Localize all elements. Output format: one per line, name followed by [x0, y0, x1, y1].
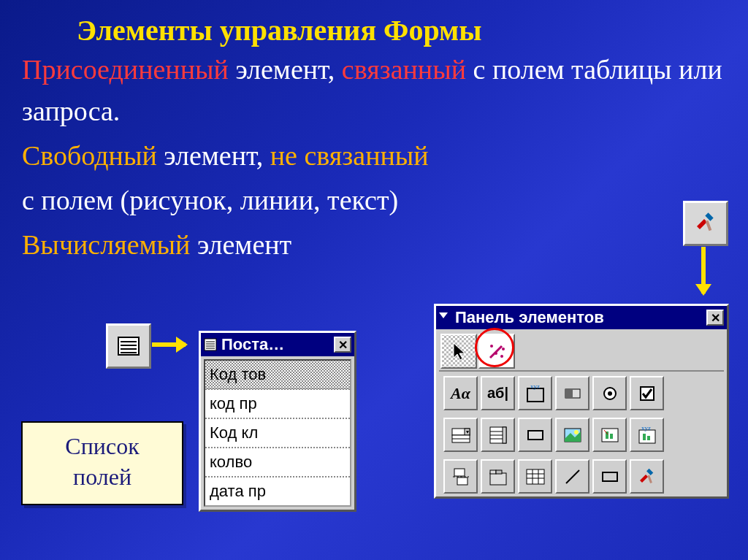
svg-rect-7 — [205, 339, 216, 350]
wizard-icon — [486, 340, 508, 362]
svg-rect-47 — [490, 470, 496, 474]
svg-rect-43 — [454, 469, 465, 476]
tool-unboundobject[interactable] — [592, 418, 627, 452]
tool-label[interactable]: Aα — [443, 376, 478, 410]
svg-rect-38 — [610, 434, 613, 439]
fieldlist-button[interactable] — [106, 323, 151, 369]
term-unbound: Свободный — [22, 140, 157, 171]
svg-rect-57 — [647, 475, 652, 483]
term-calculated: Вычисляемый — [22, 229, 190, 260]
fieldlist-titlebar[interactable]: Поста… ✕ — [201, 333, 354, 356]
hammer-icon — [636, 466, 658, 488]
optiongroup-icon: xyz — [524, 383, 546, 404]
svg-rect-42 — [647, 436, 650, 440]
toolbox-titlebar[interactable]: Панель элементов ✕ — [436, 306, 727, 329]
svg-rect-33 — [528, 431, 543, 440]
tool-tabcontrol[interactable] — [481, 459, 515, 494]
tool-togglebutton[interactable] — [555, 376, 589, 410]
description-block: Присоединенный элемент, связанный с поле… — [0, 47, 748, 266]
toolbox-window: Панель элементов ✕ Aα аб| xyz — [434, 304, 729, 499]
hammer-icon — [692, 210, 719, 237]
svg-point-13 — [490, 345, 493, 348]
rectangle-icon — [599, 466, 621, 488]
term-bound: Присоединенный — [22, 54, 229, 85]
fieldlist-window: Поста… ✕ Код тов код пр Код кл колво дат… — [199, 331, 356, 512]
toggle-icon — [562, 383, 584, 404]
svg-rect-17 — [527, 388, 543, 402]
tab-icon — [487, 466, 509, 488]
textbox-icon: аб| — [487, 385, 508, 402]
checkbox-icon — [636, 383, 658, 404]
svg-rect-56 — [646, 468, 653, 475]
dropdown-icon[interactable] — [439, 312, 448, 323]
list-item[interactable]: колво — [205, 448, 350, 477]
svg-rect-46 — [490, 473, 506, 485]
list-item[interactable]: код пр — [205, 390, 350, 419]
subform-icon — [524, 466, 546, 488]
toolbox-title: Панель элементов — [455, 308, 702, 327]
svg-point-16 — [502, 348, 505, 350]
svg-rect-32 — [503, 427, 506, 443]
svg-rect-0 — [705, 212, 713, 220]
boundframe-icon: xyz — [636, 424, 658, 446]
arrow-to-toolbox — [701, 247, 706, 294]
tool-more[interactable] — [630, 459, 664, 494]
svg-rect-55 — [603, 472, 617, 481]
tool-commandbutton[interactable] — [518, 418, 552, 452]
arrow-to-fieldlist — [152, 342, 186, 347]
tool-pagebreak[interactable] — [443, 459, 478, 494]
svg-rect-20 — [565, 389, 573, 398]
tool-subform[interactable] — [518, 459, 552, 494]
close-icon[interactable]: ✕ — [334, 337, 351, 353]
page-title: Элементы управления Формы — [0, 0, 748, 47]
pagebreak-icon — [450, 466, 472, 488]
image-icon — [562, 424, 584, 446]
tool-wizard[interactable] — [478, 334, 515, 369]
listbox-icon — [487, 424, 509, 446]
tool-checkbox[interactable] — [630, 376, 664, 410]
fieldlist-titlebar-icon — [204, 338, 217, 351]
svg-rect-41 — [643, 434, 646, 440]
svg-rect-1 — [706, 220, 712, 231]
fieldlist-caption: Список полей — [21, 421, 183, 505]
tool-textbox[interactable]: аб| — [481, 376, 515, 410]
combobox-icon — [450, 424, 472, 446]
tool-optionbutton[interactable] — [592, 376, 627, 410]
line-icon — [562, 466, 584, 488]
objectframe-icon — [599, 424, 621, 446]
button-icon — [524, 424, 546, 446]
svg-text:xyz: xyz — [641, 424, 651, 431]
svg-point-22 — [608, 391, 612, 396]
list-item[interactable]: Код тов — [205, 361, 350, 390]
tool-listbox[interactable] — [481, 418, 515, 452]
svg-point-35 — [574, 430, 579, 434]
tool-select[interactable] — [440, 334, 477, 369]
list-item[interactable]: дата пр — [205, 477, 350, 505]
svg-point-14 — [495, 352, 497, 355]
svg-line-54 — [566, 470, 579, 483]
tool-combobox[interactable] — [443, 418, 478, 452]
tool-image[interactable] — [555, 418, 589, 452]
fieldlist-icon — [117, 336, 140, 356]
fieldlist-title: Поста… — [221, 335, 329, 354]
cursor-icon — [448, 340, 470, 362]
design-tools-button[interactable] — [683, 201, 728, 246]
fieldlist-items[interactable]: Код тов код пр Код кл колво дата пр — [204, 359, 351, 507]
svg-point-15 — [500, 355, 503, 358]
label-icon: Aα — [451, 384, 470, 403]
tool-line[interactable] — [555, 459, 589, 494]
tool-boundobject[interactable]: xyz — [630, 418, 664, 452]
list-item[interactable]: Код кл — [205, 419, 350, 448]
svg-text:xyz: xyz — [530, 383, 540, 390]
tool-optiongroup[interactable]: xyz — [518, 376, 552, 410]
radio-icon — [599, 383, 621, 404]
svg-rect-49 — [527, 469, 544, 484]
close-icon[interactable]: ✕ — [706, 310, 724, 326]
svg-rect-48 — [496, 470, 502, 474]
svg-rect-44 — [457, 477, 468, 485]
tool-rectangle[interactable] — [592, 459, 627, 494]
